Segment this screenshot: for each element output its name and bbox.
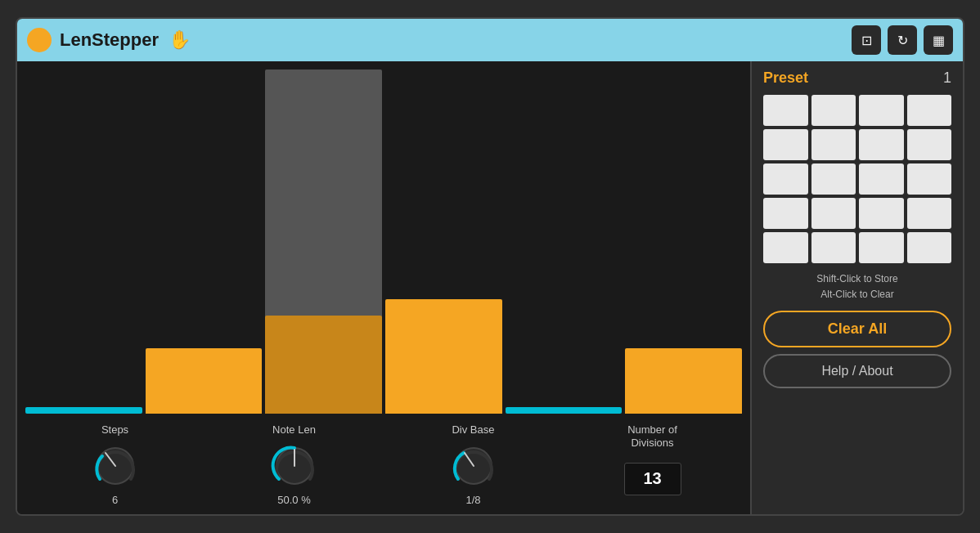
preset-cell-1[interactable] [763, 95, 808, 126]
step-col-5[interactable] [506, 69, 623, 414]
preset-cell-4[interactable] [907, 95, 952, 126]
preset-cell-11[interactable] [859, 163, 904, 195]
preset-cell-3[interactable] [859, 95, 904, 126]
preset-cell-19[interactable] [859, 232, 904, 263]
title-bar: LenStepper ✋ ⊡ ↻ ▦ [17, 19, 963, 61]
right-panel: Preset 1 [750, 61, 963, 514]
preset-cell-6[interactable] [811, 129, 856, 160]
preset-cell-8[interactable] [907, 129, 952, 160]
preset-cell-14[interactable] [811, 198, 856, 229]
preset-cell-13[interactable] [763, 198, 808, 229]
preset-grid [763, 95, 951, 263]
preset-cell-15[interactable] [859, 198, 904, 229]
preset-cell-9[interactable] [763, 163, 808, 195]
divbase-value: 1/8 [465, 494, 480, 506]
steps-label: Steps [101, 423, 128, 437]
app-logo [27, 28, 52, 52]
divbase-knob[interactable] [449, 441, 498, 490]
left-panel: Steps 6 [17, 61, 750, 514]
refresh-button[interactable]: ↻ [888, 25, 917, 55]
step-col-1[interactable] [25, 69, 142, 414]
step-display [25, 69, 742, 417]
preset-number: 1 [943, 69, 951, 87]
clear-all-button[interactable]: Clear All [763, 311, 951, 347]
preset-cell-20[interactable] [907, 232, 952, 263]
preset-header: Preset 1 [763, 69, 951, 87]
notelen-control: Note Len 50.0 % [205, 423, 384, 506]
steps-knob[interactable] [91, 441, 140, 490]
hand-icon: ✋ [169, 29, 191, 51]
divbase-label: Div Base [452, 423, 494, 437]
app-title: LenStepper [60, 29, 159, 51]
divbase-control: Div Base 1/8 [384, 423, 563, 506]
preset-cell-10[interactable] [811, 163, 856, 195]
steps-control: Steps 6 [25, 423, 205, 506]
preset-cell-7[interactable] [859, 129, 904, 160]
step-col-6[interactable] [625, 69, 742, 414]
preset-cell-5[interactable] [763, 129, 808, 160]
steps-value: 6 [112, 494, 118, 506]
numdivisions-label: Number of Divisions [627, 423, 677, 449]
title-buttons: ⊡ ↻ ▦ [852, 25, 953, 55]
help-about-button[interactable]: Help / About [763, 354, 951, 388]
preset-cell-2[interactable] [811, 95, 856, 126]
notelen-label: Note Len [272, 423, 316, 437]
step-col-3[interactable] [265, 69, 382, 414]
preset-cell-17[interactable] [763, 232, 808, 263]
controls-row: Steps 6 [25, 417, 742, 514]
preset-cell-18[interactable] [811, 232, 856, 263]
plugin-window: LenStepper ✋ ⊡ ↻ ▦ [16, 17, 964, 516]
hint-text: Shift-Click to Store Alt-Click to Clear [763, 271, 951, 302]
resize-button[interactable]: ⊡ [852, 25, 881, 55]
preset-cell-16[interactable] [907, 198, 952, 229]
notelen-value: 50.0 % [277, 494, 310, 506]
step-col-4[interactable] [385, 69, 502, 414]
numdivisions-display[interactable]: 13 [624, 463, 681, 495]
numdivisions-control: Number of Divisions 13 [563, 423, 742, 495]
preset-label: Preset [763, 69, 943, 87]
notelen-knob[interactable] [270, 441, 319, 490]
save-button[interactable]: ▦ [924, 25, 953, 55]
preset-cell-12[interactable] [907, 163, 952, 195]
step-col-2[interactable] [146, 69, 263, 414]
main-content: Steps 6 [17, 61, 963, 514]
